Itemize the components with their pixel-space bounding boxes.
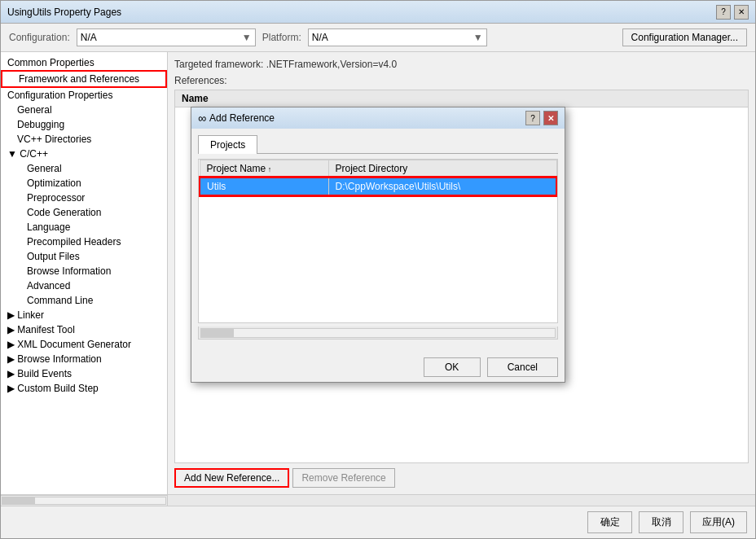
config-combo[interactable]: N/A ▼ [77,28,256,46]
tab-projects[interactable]: Projects [198,135,257,154]
advanced-label: Advanced [27,280,70,291]
sidebar-item-general2[interactable]: General [1,161,167,176]
h-scroll-thumb [2,497,35,504]
language-label: Language [27,221,70,233]
general2-label: General [27,163,62,174]
close-button[interactable]: ✕ [734,5,749,20]
custom-build-expander-icon: ▶ [7,383,17,394]
left-scrollbar[interactable] [1,495,168,506]
sidebar-item-preprocessor[interactable]: Preprocessor [1,191,167,205]
right-scrollbar-area [168,495,755,506]
dialog-title: ∞ Add Reference [198,112,275,125]
browse-info-label: Browse Information [27,265,111,277]
platform-label: Platform: [262,32,301,43]
sidebar-item-code-generation[interactable]: Code Generation [1,205,167,220]
dialog-icon: ∞ [198,112,206,125]
dialog-ok-button[interactable]: OK [424,357,481,377]
h-scrollbar-track[interactable] [200,328,556,338]
sidebar-item-general[interactable]: General [1,103,167,117]
sidebar-item-cpp[interactable]: ▼ C/C++ [1,147,167,161]
output-files-label: Output Files [27,251,80,262]
project-row-utils[interactable]: Utils D:\CppWorkspace\Utils\Utils\ [200,177,556,195]
sidebar-item-precompiled-headers[interactable]: Precompiled Headers [1,234,167,249]
config-label: Configuration: [9,32,70,43]
title-bar: UsingUtils Property Pages ? ✕ [1,1,755,24]
dialog-title-bar: ∞ Add Reference ? ✕ [191,107,565,129]
xml-doc-label: XML Document Generator [17,339,131,350]
sidebar-item-debugging[interactable]: Debugging [1,117,167,132]
sidebar-item-browse-info[interactable]: Browse Information [1,264,167,278]
sidebar-item-browse-info2[interactable]: ▶ Browse Information [1,352,167,366]
framework-text: Targeted framework: .NETFramework,Versio… [174,59,749,70]
command-line-label: Command Line [27,295,93,306]
linker-expander-icon: ▶ [7,309,17,321]
sidebar-item-command-line[interactable]: Command Line [1,293,167,308]
xml-doc-expander-icon: ▶ [7,339,17,350]
name-column-header: Name [175,90,748,107]
add-reference-dialog: ∞ Add Reference ? ✕ Projects [191,107,565,383]
dialog-help-button[interactable]: ? [525,111,540,125]
remove-reference-button[interactable]: Remove Reference [292,468,394,488]
window-bottom-bar: 确定 取消 应用(A) [1,506,755,538]
dialog-cancel-button[interactable]: Cancel [487,357,558,377]
sidebar-item-output-files[interactable]: Output Files [1,249,167,264]
sidebar-item-common-properties[interactable]: Common Properties [1,55,167,70]
sidebar-item-custom-build[interactable]: ▶ Custom Build Step [1,381,167,396]
platform-arrow-icon: ▼ [473,32,483,43]
cpp-expander-icon: ▼ [7,148,20,160]
dialog-h-scrollbar[interactable] [198,326,558,340]
help-button[interactable]: ? [716,5,731,20]
sidebar-item-framework-references[interactable]: Framework and References [1,70,167,88]
apply-button[interactable]: 应用(A) [690,511,747,533]
project-name-cell: Utils [200,177,328,195]
platform-combo[interactable]: N/A ▼ [308,28,487,46]
project-dir-cell: D:\CppWorkspace\Utils\Utils\ [328,177,556,195]
manifest-tool-label: Manifest Tool [17,324,74,335]
vc-directories-label: VC++ Directories [17,134,91,145]
cancel-button[interactable]: 取消 [639,511,683,533]
sidebar-item-build-events[interactable]: ▶ Build Events [1,366,167,381]
cpp-label: C/C++ [20,148,48,160]
sidebar-item-config-properties[interactable]: Configuration Properties [1,88,167,103]
sidebar-item-vc-directories[interactable]: VC++ Directories [1,132,167,147]
tab-strip: Projects [198,135,558,154]
preprocessor-label: Preprocessor [27,192,85,204]
projects-table-container: Project Name Project Directory Utils D:\… [198,159,558,323]
manifest-tool-expander-icon: ▶ [7,324,17,335]
config-arrow-icon: ▼ [242,32,252,43]
common-properties-label: Common Properties [7,57,94,68]
project-dir-header[interactable]: Project Directory [328,160,556,178]
optimization-label: Optimization [27,177,81,189]
browse-info2-expander-icon: ▶ [7,353,17,365]
dialog-ok-cancel: OK Cancel [191,353,565,382]
code-generation-label: Code Generation [27,207,101,218]
h-scroll-track[interactable] [2,497,166,505]
sidebar-item-xml-doc[interactable]: ▶ XML Document Generator [1,337,167,352]
add-new-reference-button[interactable]: Add New Reference... [174,468,289,488]
toolbar: Configuration: N/A ▼ Platform: N/A ▼ Con… [1,24,755,52]
sidebar-item-advanced[interactable]: Advanced [1,278,167,293]
dialog-close-button[interactable]: ✕ [543,111,558,125]
sidebar-item-linker[interactable]: ▶ Linker [1,308,167,322]
platform-value: N/A [312,32,328,43]
project-name-header[interactable]: Project Name [200,160,328,178]
horizontal-scrollbar-row [1,494,755,506]
dialog-body: Projects Project Name Project Directory [191,129,565,353]
projects-table-scroll[interactable]: Project Name Project Directory Utils D:\… [199,160,557,322]
dialog-controls: ? ✕ [525,111,558,125]
window-title: UsingUtils Property Pages [7,7,121,18]
confirm-button[interactable]: 确定 [587,511,632,533]
custom-build-label: Custom Build Step [17,383,98,394]
h-scrollbar-thumb [201,329,234,337]
build-events-expander-icon: ▶ [7,368,17,379]
build-events-label: Build Events [17,368,72,379]
debugging-label: Debugging [17,119,64,130]
main-window: UsingUtils Property Pages ? ✕ Configurat… [0,0,756,539]
left-panel: Common Properties Framework and Referenc… [1,52,168,494]
browse-info2-label: Browse Information [17,353,101,365]
config-manager-button[interactable]: Configuration Manager... [622,28,747,46]
sidebar-item-optimization[interactable]: Optimization [1,176,167,191]
linker-label: Linker [17,309,44,321]
sidebar-item-manifest-tool[interactable]: ▶ Manifest Tool [1,322,167,337]
sidebar-item-language[interactable]: Language [1,220,167,234]
